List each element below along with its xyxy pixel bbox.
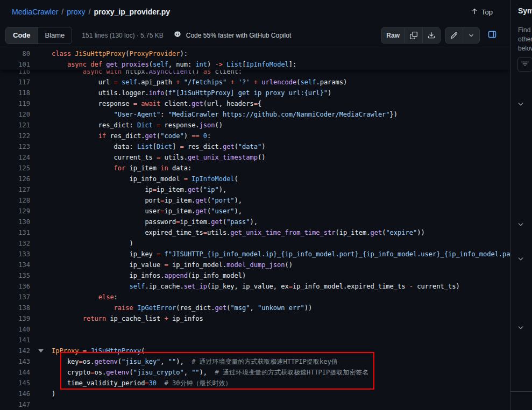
line-number[interactable]: 146: [0, 389, 30, 399]
code-text: self.ip_cache.set_ip(ip_key, ip_value, e…: [52, 281, 510, 292]
edit-pencil-button[interactable]: [445, 28, 463, 43]
symbols-panel-toggle-button[interactable]: [484, 28, 500, 43]
code-line: 122 if res_dict.get("code") == 0:: [0, 131, 510, 141]
line-number[interactable]: 145: [0, 378, 30, 389]
breadcrumb-repo-link[interactable]: MediaCrawler: [12, 8, 58, 16]
line-number[interactable]: 138: [0, 303, 30, 313]
line-number[interactable]: 120: [0, 109, 30, 120]
line-number[interactable]: 126: [0, 174, 30, 184]
tab-code[interactable]: Code: [6, 27, 38, 44]
code-text: response = await client.get(url, headers…: [52, 98, 510, 109]
line-number[interactable]: 118: [0, 88, 30, 98]
line-number[interactable]: 133: [0, 249, 30, 260]
line-number[interactable]: 139: [0, 313, 30, 324]
line-number[interactable]: 129: [0, 206, 30, 217]
code-line: 144 crypto=os.getenv("jisu_crypto", ""),…: [0, 367, 510, 378]
breadcrumb-separator: /: [61, 8, 63, 16]
gutter: [30, 399, 52, 410]
gutter: [30, 249, 52, 260]
line-number[interactable]: 119: [0, 98, 30, 109]
code-text: ip_key = f"JISUHTTP_{ip_info_model.ip}_{…: [52, 249, 510, 260]
code-text: [52, 399, 510, 410]
line-number[interactable]: 137: [0, 292, 30, 303]
code-text: ip=ip_item.get("ip"),: [52, 184, 510, 195]
code-text: key=os.getenv("jisu_key", ""), # 通过环境变量的…: [52, 356, 510, 367]
line-number[interactable]: 127: [0, 184, 30, 195]
code-line: 138 raise IpGetError(res_dict.get("msg",…: [0, 303, 510, 313]
gutter: [30, 77, 52, 88]
code-text: [52, 335, 510, 346]
symbol-collapse-chevron-icon[interactable]: [517, 221, 524, 228]
line-number[interactable]: 123: [0, 141, 30, 152]
line-number[interactable]: 121: [0, 120, 30, 131]
code-text: class JiSuHttpProxy(ProxyProvider):: [52, 48, 510, 59]
copilot-banner-text: Code 55% faster with GitHub Copilot: [186, 32, 291, 39]
back-to-top-button[interactable]: Top: [467, 5, 496, 19]
gutter: [30, 59, 52, 70]
edit-dropdown-button[interactable]: [463, 28, 479, 43]
collapse-chevron-icon[interactable]: [38, 349, 44, 353]
sidebar-panel-icon: [488, 30, 496, 40]
symbols-description-line: other: [518, 35, 532, 44]
code-text: ): [52, 389, 510, 399]
gutter: [30, 335, 52, 346]
line-number[interactable]: 125: [0, 163, 30, 174]
copilot-banner[interactable]: Code 55% faster with GitHub Copilot: [173, 30, 291, 40]
line-number[interactable]: 134: [0, 260, 30, 270]
line-number[interactable]: 101: [0, 59, 30, 70]
line-number[interactable]: 135: [0, 270, 30, 281]
gutter: [30, 313, 52, 324]
download-raw-button[interactable]: [422, 28, 440, 43]
code-line: 140: [0, 324, 510, 335]
code-text: url = self.api_path + "/fetchips" + '?' …: [52, 77, 510, 88]
line-number[interactable]: 147: [0, 399, 30, 410]
line-number[interactable]: 141: [0, 335, 30, 346]
code-text: time_validity_period=30 # 30分钟（最长时效）: [52, 378, 510, 389]
code-text: utils.logger.info(f"[JiSuHttpProxy] get …: [52, 88, 510, 98]
code-line: 118 utils.logger.info(f"[JiSuHttpProxy] …: [0, 88, 510, 98]
line-number[interactable]: 142: [0, 346, 30, 356]
line-number[interactable]: 128: [0, 195, 30, 206]
code-text: crypto=os.getenv("jisu_crypto", ""), # 通…: [52, 367, 510, 378]
copy-raw-button[interactable]: [405, 28, 422, 43]
breadcrumb: MediaCrawler / proxy / proxy_ip_provider…: [12, 8, 170, 16]
line-number[interactable]: 117: [0, 77, 30, 88]
line-number[interactable]: 130: [0, 217, 30, 227]
raw-button[interactable]: Raw: [381, 28, 405, 43]
line-number[interactable]: 80: [0, 48, 30, 59]
breadcrumb-separator: /: [88, 8, 90, 16]
gutter: [30, 217, 52, 227]
raw-actions-group: Raw: [381, 27, 441, 44]
gutter: [30, 303, 52, 313]
gutter: [30, 195, 52, 206]
code-line: 145 time_validity_period=30 # 30分钟（最长时效）: [0, 378, 510, 389]
code-area: 80class JiSuHttpProxy(ProxyProvider):101…: [0, 47, 510, 410]
code-text: password=ip_item.get("pass"),: [52, 217, 510, 227]
code-text: for ip_item in data:: [52, 163, 510, 174]
symbols-panel: Symbols Find other below: [510, 0, 532, 410]
line-number[interactable]: 131: [0, 227, 30, 238]
line-number[interactable]: 122: [0, 131, 30, 141]
tab-blame[interactable]: Blame: [38, 27, 72, 44]
line-number[interactable]: 140: [0, 324, 30, 335]
breadcrumb-folder-link[interactable]: proxy: [67, 8, 85, 16]
line-number[interactable]: 124: [0, 152, 30, 163]
line-number[interactable]: 132: [0, 238, 30, 249]
code-line: 147: [0, 399, 510, 410]
line-number[interactable]: 143: [0, 356, 30, 367]
symbols-filter-button[interactable]: [517, 57, 532, 72]
gutter: [30, 152, 52, 163]
gutter: [30, 356, 52, 367]
code-text: ip_infos.append(ip_info_model): [52, 270, 510, 281]
gutter: [30, 48, 52, 59]
code-text: raise IpGetError(res_dict.get("msg", "un…: [52, 303, 510, 313]
symbols-panel-description: Find other below: [518, 26, 532, 53]
gutter: [30, 184, 52, 195]
symbol-collapse-chevron-icon[interactable]: [517, 255, 524, 263]
symbol-collapse-chevron-icon[interactable]: [517, 100, 524, 108]
symbol-collapse-chevron-icon[interactable]: [517, 324, 524, 332]
code-line: 123 data: List[Dict] = res_dict.get("dat…: [0, 141, 510, 152]
line-number[interactable]: 136: [0, 281, 30, 292]
line-number[interactable]: 144: [0, 367, 30, 378]
code-line: 142IpProxy = JiSuHttpProxy(: [0, 346, 510, 356]
